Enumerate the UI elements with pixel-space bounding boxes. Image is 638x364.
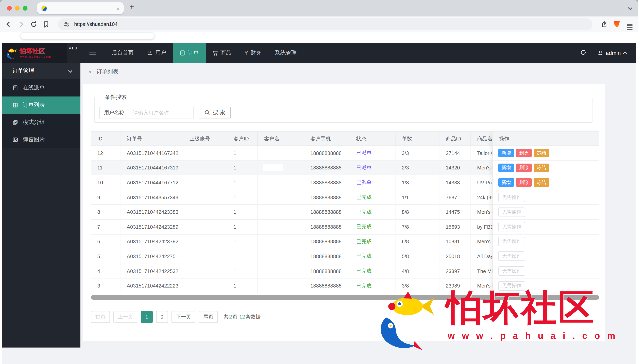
browser-menu-icon[interactable] (626, 20, 633, 28)
breadcrumb: » 订单列表 (80, 63, 636, 75)
pagination: 首页 上一页 1 2 下一页 尾页 共2页 12条数据 (91, 311, 261, 323)
nav-item-finance[interactable]: ¥ 财务 (238, 43, 268, 63)
sidebar-item-online-dispatch[interactable]: 在线派单 (2, 79, 80, 96)
reload-icon[interactable] (30, 20, 38, 28)
cell-id: 8 (91, 205, 120, 219)
cell-parent (183, 146, 227, 160)
nav-item-system[interactable]: 系统管理 (268, 43, 304, 63)
main-content: » 订单列表 条件搜索 用户名称 搜 索 (80, 63, 636, 364)
share-icon[interactable] (600, 20, 608, 28)
collapse-menu-icon[interactable] (89, 50, 96, 56)
cell-cust-id: 1 (227, 205, 258, 219)
url-bar[interactable]: https://shuadan104 (58, 18, 592, 30)
freeze-button[interactable]: 冻结 (534, 178, 549, 187)
action-row: 无需操作 (493, 205, 599, 220)
cell-order-no: A03151710442422751 (120, 249, 183, 264)
logo-subtitle: www.pahuai.com (20, 55, 52, 58)
redacted-name (264, 165, 282, 171)
action-row: 新增删除冻结 (493, 160, 599, 175)
sidebar-item-mode-group[interactable]: 模式分组 (2, 114, 80, 131)
action-row: 新增删除冻结 (493, 175, 599, 190)
cell-cust-id: 1 (227, 220, 258, 234)
action-body: 新增删除冻结新增删除冻结新增删除冻结无需操作无需操作无需操作无需操作无需操作无需… (493, 146, 599, 294)
cell-status: 已完成 (350, 205, 396, 219)
tab-search-chevron-icon[interactable] (628, 6, 632, 10)
first-page-button: 首页 (91, 311, 110, 323)
sidebar-group-orders[interactable]: 订单管理 (2, 63, 80, 79)
horizontal-scrollbar[interactable] (91, 295, 599, 300)
delete-button[interactable]: 删除 (516, 164, 532, 172)
delete-button[interactable]: 删除 (516, 149, 532, 158)
nav-item-users[interactable]: 用户 (140, 43, 173, 63)
sidebar-item-popup-image[interactable]: 弹窗图片 (2, 131, 80, 148)
add-button[interactable]: 新增 (498, 164, 514, 172)
chevron-down-icon (68, 68, 72, 73)
tab-strip: × + (0, 0, 638, 16)
nav-item-orders[interactable]: 订单 (173, 43, 206, 63)
delete-button[interactable]: 删除 (516, 178, 532, 187)
browser-tab[interactable]: × (37, 2, 124, 14)
tab-close-icon[interactable]: × (116, 5, 120, 11)
cell-cust-id: 1 (227, 175, 258, 190)
next-page-button[interactable]: 下一页 (172, 311, 196, 323)
no-action-button: 无需操作 (498, 192, 525, 202)
col-cust-name: 客户名 (258, 132, 304, 146)
minimize-window-button[interactable] (15, 6, 20, 10)
freeze-button[interactable]: 冻结 (534, 149, 549, 158)
nav-item-products[interactable]: 商品 (206, 43, 238, 63)
cell-prod-id: 14475 (440, 205, 471, 219)
tab-favicon-icon (41, 5, 47, 11)
site-logo[interactable]: 怕坏社区 www.pahuai.com (2, 43, 67, 63)
last-page-button[interactable]: 尾页 (199, 311, 218, 323)
order-list-icon (12, 102, 18, 108)
cell-id: 10 (91, 175, 120, 190)
bookmark-icon[interactable] (42, 20, 50, 28)
close-window-button[interactable] (7, 6, 12, 10)
cell-cust-id: 1 (227, 146, 258, 160)
action-row: 无需操作 (493, 249, 599, 264)
page-2-button[interactable]: 2 (156, 311, 168, 323)
col-count: 单数 (396, 132, 440, 146)
cell-id: 6 (91, 234, 120, 249)
sidebar-item-order-list[interactable]: 订单列表 (2, 96, 80, 114)
username-input[interactable] (129, 107, 194, 118)
admin-app: 怕坏社区 www.pahuai.com V1.0 后台首页 用户 (2, 43, 636, 364)
cell-prod-id: 10881 (440, 234, 471, 249)
action-row: 无需操作 (493, 279, 599, 294)
cell-phone: 18888888888 (304, 190, 350, 204)
cell-count: 2/3 (396, 160, 440, 175)
forward-icon[interactable] (17, 20, 25, 28)
add-button[interactable]: 新增 (498, 178, 514, 187)
cell-prod-id: 15693 (440, 220, 471, 234)
prev-page-button: 上一页 (114, 311, 137, 323)
cell-phone: 18888888888 (304, 146, 350, 160)
cell-phone: 18888888888 (304, 205, 350, 219)
user-menu[interactable]: admin (598, 50, 626, 56)
add-button[interactable]: 新增 (498, 149, 514, 158)
col-cust-id: 客户ID (227, 132, 258, 146)
user-icon (147, 50, 152, 56)
cell-cust-id: 1 (227, 234, 258, 249)
new-tab-button[interactable]: + (130, 3, 134, 10)
search-icon (204, 110, 210, 115)
top-nav: 后台首页 用户 订单 商品 ¥ (105, 43, 304, 63)
yen-icon: ¥ (245, 50, 248, 56)
back-icon[interactable] (5, 20, 12, 28)
image-icon (12, 137, 18, 142)
cell-parent (183, 190, 227, 204)
cell-prod-id: 7687 (440, 190, 471, 204)
search-button[interactable]: 搜 索 (199, 107, 231, 118)
refresh-icon[interactable] (580, 49, 586, 57)
action-row: 无需操作 (493, 234, 599, 249)
no-action-button: 无需操作 (498, 207, 525, 217)
freeze-button[interactable]: 冻结 (534, 164, 549, 172)
cell-cust-name (258, 279, 304, 293)
cell-prod-id: 23989 (440, 279, 471, 293)
cell-cust-id: 1 (227, 190, 258, 204)
zoom-window-button[interactable] (23, 6, 28, 10)
nav-item-home[interactable]: 后台首页 (105, 43, 140, 63)
page-1-button[interactable]: 1 (141, 311, 153, 323)
no-action-button: 无需操作 (498, 237, 525, 246)
site-settings-icon[interactable] (63, 20, 71, 28)
brave-shield-icon[interactable] (613, 20, 621, 28)
